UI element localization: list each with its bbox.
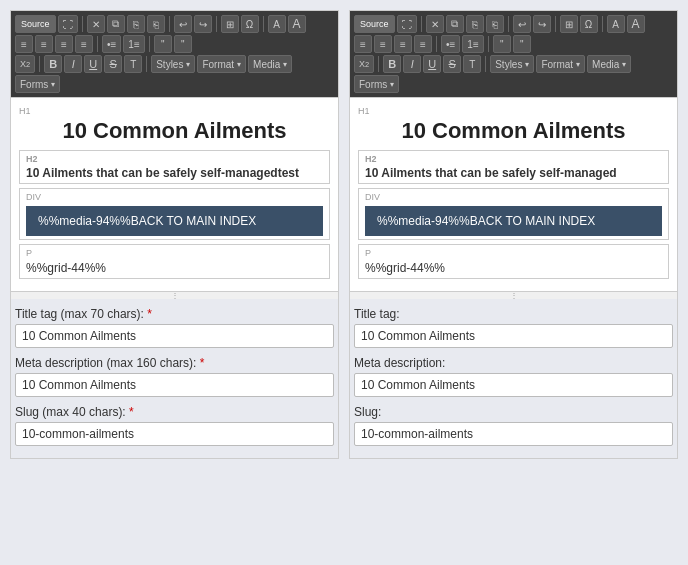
copy-icon-right[interactable]: ⧉	[446, 15, 464, 33]
left-slug-label: Slug (max 40 chars): *	[15, 405, 334, 419]
subscript-icon-right[interactable]: X2	[354, 55, 374, 73]
underline-button-right[interactable]: U	[423, 55, 441, 73]
align-center-icon-right[interactable]: ≡	[374, 35, 392, 53]
forms-dropdown-right[interactable]: Forms	[354, 75, 399, 93]
cut-icon[interactable]: ✕	[87, 15, 105, 33]
paste-text-icon[interactable]: ⎗	[147, 15, 165, 33]
unordered-list-icon[interactable]: •≡	[102, 35, 121, 53]
font-size-dec-icon-right[interactable]: A	[607, 15, 625, 33]
blockquote-icon[interactable]: "	[154, 35, 172, 53]
strike-button-left[interactable]: S	[104, 55, 122, 73]
align-justify-icon-right[interactable]: ≡	[414, 35, 432, 53]
align-right-icon-right[interactable]: ≡	[394, 35, 412, 53]
toolbar-row-1: Source ⛶ ✕ ⧉ ⎘ ⎗ ↩ ↪ ⊞ Ω A A	[15, 15, 334, 33]
unordered-list-icon-right[interactable]: •≡	[441, 35, 460, 53]
toolbar-row-1-right: Source ⛶ ✕ ⧉ ⎘ ⎗ ↩ ↪ ⊞ Ω A A	[354, 15, 673, 33]
ordered-list-icon-right[interactable]: 1≡	[462, 35, 483, 53]
toolbar-row-3: X2 B I U S T Styles Format Media Forms	[15, 55, 334, 93]
right-slug-input[interactable]	[354, 422, 673, 446]
left-resize-handle[interactable]: ⋮	[11, 291, 338, 299]
italic-button-left[interactable]: I	[64, 55, 82, 73]
strike-button-right[interactable]: S	[443, 55, 461, 73]
bold-button-left[interactable]: B	[44, 55, 62, 73]
left-meta-input[interactable]	[15, 373, 334, 397]
separator	[82, 16, 83, 32]
back-to-main-index-button-right[interactable]: %%media-94%%BACK TO MAIN INDEX	[365, 206, 662, 236]
align-left-icon[interactable]: ≡	[15, 35, 33, 53]
text-color-button-left[interactable]: T	[124, 55, 142, 73]
separator	[378, 56, 379, 72]
undo-icon[interactable]: ↩	[174, 15, 192, 33]
special-char-icon-right[interactable]: Ω	[580, 15, 598, 33]
div-label-right: DIV	[365, 192, 662, 202]
ordered-list-icon[interactable]: 1≡	[123, 35, 144, 53]
fullscreen-icon-right[interactable]: ⛶	[397, 15, 417, 33]
separator	[149, 36, 150, 52]
div-label-left: DIV	[26, 192, 323, 202]
styles-dropdown-left[interactable]: Styles	[151, 55, 195, 73]
left-h1-text: 10 Common Ailments	[19, 118, 330, 144]
cut-icon-right[interactable]: ✕	[426, 15, 444, 33]
text-color-button-right[interactable]: T	[463, 55, 481, 73]
blockquote2-icon-right[interactable]: "	[513, 35, 531, 53]
left-toolbar: Source ⛶ ✕ ⧉ ⎘ ⎗ ↩ ↪ ⊞ Ω A A ≡ ≡	[11, 11, 338, 97]
paste-icon-right[interactable]: ⎘	[466, 15, 484, 33]
left-h2-box: H2 10 Ailments that can be safely self-m…	[19, 150, 330, 184]
align-right-icon[interactable]: ≡	[55, 35, 73, 53]
special-char-icon[interactable]: Ω	[241, 15, 259, 33]
separator	[169, 16, 170, 32]
font-size-inc-icon[interactable]: A	[288, 15, 306, 33]
right-editor-content[interactable]: H1 10 Common Ailments H2 10 Ailments tha…	[350, 97, 677, 291]
right-meta-label: Meta description:	[354, 356, 673, 370]
left-meta-label: Meta description (max 160 chars): *	[15, 356, 334, 370]
table-icon-right[interactable]: ⊞	[560, 15, 578, 33]
undo-icon-right[interactable]: ↩	[513, 15, 531, 33]
format-dropdown-right[interactable]: Format	[536, 55, 585, 73]
italic-button-right[interactable]: I	[403, 55, 421, 73]
right-meta-input[interactable]	[354, 373, 673, 397]
source-button-left[interactable]: Source	[15, 15, 56, 33]
blockquote-icon-right[interactable]: "	[493, 35, 511, 53]
copy-icon[interactable]: ⧉	[107, 15, 125, 33]
back-to-main-index-button-left[interactable]: %%media-94%%BACK TO MAIN INDEX	[26, 206, 323, 236]
left-panel: Source ⛶ ✕ ⧉ ⎘ ⎗ ↩ ↪ ⊞ Ω A A ≡ ≡	[10, 10, 339, 459]
font-size-dec-icon[interactable]: A	[268, 15, 286, 33]
font-size-inc-icon-right[interactable]: A	[627, 15, 645, 33]
align-left-icon-right[interactable]: ≡	[354, 35, 372, 53]
underline-button-left[interactable]: U	[84, 55, 102, 73]
format-dropdown-left[interactable]: Format	[197, 55, 246, 73]
left-title-field-group: Title tag (max 70 chars): *	[15, 307, 334, 348]
separator	[602, 16, 603, 32]
right-meta-field-group: Meta description:	[354, 356, 673, 397]
media-dropdown-right[interactable]: Media	[587, 55, 631, 73]
styles-dropdown-right[interactable]: Styles	[490, 55, 534, 73]
paste-text-icon-right[interactable]: ⎗	[486, 15, 504, 33]
left-editor-content[interactable]: H1 10 Common Ailments H2 10 Ailments tha…	[11, 97, 338, 291]
right-title-input[interactable]	[354, 324, 673, 348]
paste-icon[interactable]: ⎘	[127, 15, 145, 33]
subscript-icon[interactable]: X2	[15, 55, 35, 73]
redo-icon[interactable]: ↪	[194, 15, 212, 33]
right-panel: Source ⛶ ✕ ⧉ ⎘ ⎗ ↩ ↪ ⊞ Ω A A ≡ ≡	[349, 10, 678, 459]
right-slug-label: Slug:	[354, 405, 673, 419]
bold-button-right[interactable]: B	[383, 55, 401, 73]
table-icon[interactable]: ⊞	[221, 15, 239, 33]
right-title-label: Title tag:	[354, 307, 673, 321]
source-button-right[interactable]: Source	[354, 15, 395, 33]
left-p-text: %%grid-44%%	[26, 261, 106, 275]
left-title-input[interactable]	[15, 324, 334, 348]
forms-dropdown-left[interactable]: Forms	[15, 75, 60, 93]
right-title-field-group: Title tag:	[354, 307, 673, 348]
align-center-icon[interactable]: ≡	[35, 35, 53, 53]
right-resize-handle[interactable]: ⋮	[350, 291, 677, 299]
toolbar-row-2-right: ≡ ≡ ≡ ≡ •≡ 1≡ " "	[354, 35, 673, 53]
media-dropdown-left[interactable]: Media	[248, 55, 292, 73]
blockquote2-icon[interactable]: "	[174, 35, 192, 53]
fullscreen-icon[interactable]: ⛶	[58, 15, 78, 33]
left-fields-section: Title tag (max 70 chars): * Meta descrip…	[11, 299, 338, 458]
left-slug-input[interactable]	[15, 422, 334, 446]
separator	[436, 36, 437, 52]
redo-icon-right[interactable]: ↪	[533, 15, 551, 33]
align-justify-icon[interactable]: ≡	[75, 35, 93, 53]
toolbar-row-3-right: X2 B I U S T Styles Format Media Forms	[354, 55, 673, 93]
